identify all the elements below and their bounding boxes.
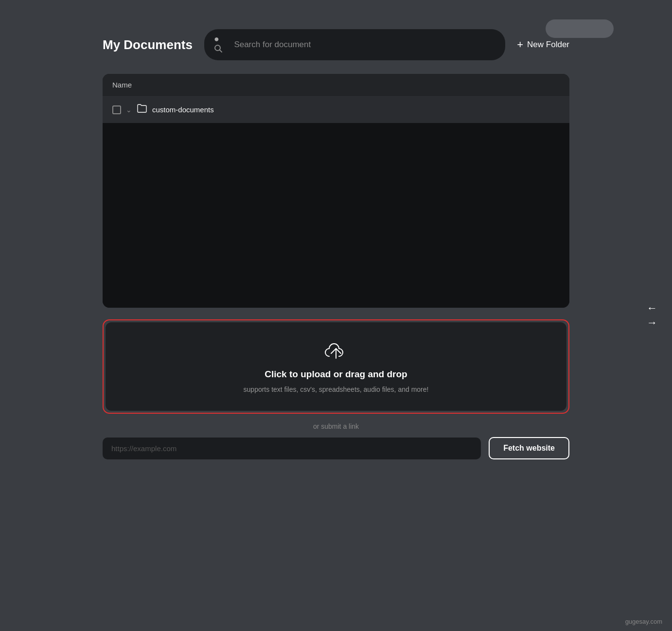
cloud-upload-icon — [323, 340, 349, 363]
or-submit-label: or submit a link — [103, 422, 569, 430]
empty-table-area — [103, 123, 569, 308]
fetch-website-button[interactable]: Fetch website — [489, 437, 569, 459]
folder-icon — [137, 104, 147, 116]
chevron-down-icon[interactable]: ⌄ — [126, 106, 132, 114]
row-checkbox[interactable] — [112, 105, 121, 114]
page-title: My Documents — [103, 37, 193, 53]
column-name-header: Name — [112, 81, 132, 89]
search-input[interactable] — [234, 40, 495, 50]
new-folder-button[interactable]: + New Folder — [517, 38, 569, 51]
page-header: My Documents ● + New Folder — [103, 29, 569, 60]
left-arrow-icon: ← — [647, 302, 657, 315]
plus-icon: + — [517, 38, 523, 51]
upload-main-text: Click to upload or drag and drop — [265, 369, 407, 380]
right-arrow-icon: → — [647, 316, 657, 329]
table-header: Name — [103, 74, 569, 97]
svg-line-1 — [219, 50, 222, 53]
file-name: custom-documents — [152, 105, 214, 114]
resize-handle[interactable]: ← → — [647, 302, 657, 329]
file-table: Name ⌄ custom-documents — [103, 74, 569, 308]
url-input[interactable] — [103, 438, 481, 459]
top-right-button[interactable] — [546, 19, 614, 38]
new-folder-label: New Folder — [527, 40, 569, 50]
watermark: gugesay.com — [625, 618, 662, 625]
search-icon: ● — [214, 34, 229, 55]
table-row: ⌄ custom-documents — [103, 97, 569, 123]
upload-dropzone[interactable]: Click to upload or drag and drop support… — [106, 322, 566, 411]
upload-sub-text: supports text files, csv's, spreadsheets… — [244, 386, 429, 393]
search-bar: ● — [204, 29, 505, 60]
link-row: Fetch website — [103, 437, 569, 459]
upload-zone-wrapper: Click to upload or drag and drop support… — [103, 319, 569, 414]
